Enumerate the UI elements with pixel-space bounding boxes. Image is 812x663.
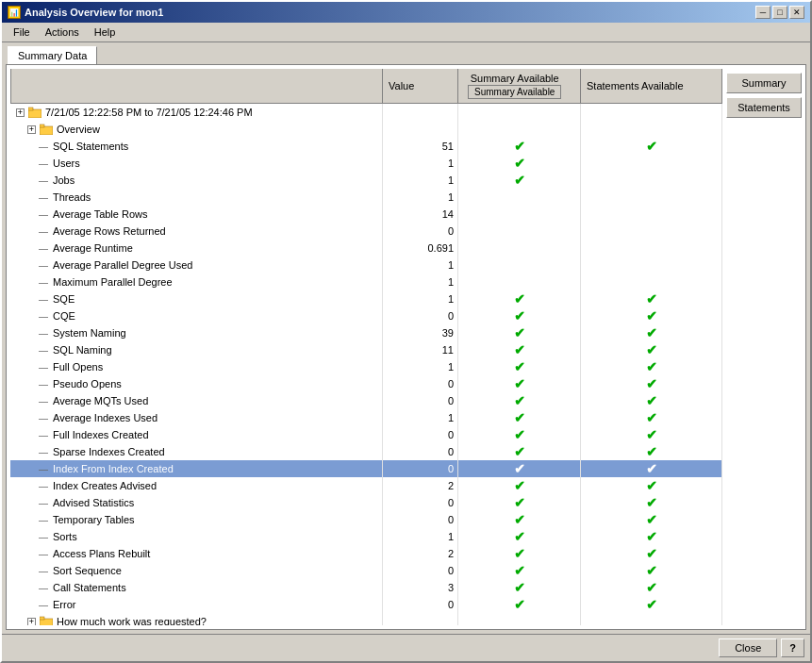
table-row[interactable]: —Average Rows Returned0 — [10, 223, 722, 240]
table-row[interactable]: —Average MQTs Used0✔✔ — [10, 392, 722, 409]
table-row[interactable]: —Full Opens1✔✔ — [10, 358, 722, 375]
dash-icon: — — [39, 362, 48, 373]
table-row[interactable]: —Sorts1✔✔ — [10, 528, 722, 545]
table-row[interactable]: +Overview — [10, 121, 722, 138]
summary-available-header: Summary Available Summary Available — [464, 71, 565, 101]
summary-check: ✔ — [458, 392, 581, 409]
row-value: 2 — [383, 477, 458, 494]
summary-check: ✔ — [458, 375, 581, 392]
table-row[interactable]: —System Naming39✔✔ — [10, 324, 722, 341]
row-label: Average Parallel Degree Used — [53, 259, 192, 271]
check-mark-icon: ✔ — [646, 427, 657, 442]
summary-check: ✔ — [458, 155, 581, 172]
expand-icon[interactable]: + — [16, 108, 25, 117]
table-row[interactable]: —Full Indexes Created0✔✔ — [10, 426, 722, 443]
table-row[interactable]: —Maximum Parallel Degree1 — [10, 273, 722, 290]
menu-help[interactable]: Help — [87, 25, 124, 40]
summary-check: ✔ — [458, 409, 581, 426]
folder-icon — [40, 616, 53, 625]
check-mark-icon: ✔ — [646, 563, 657, 578]
summary-button[interactable]: Summary — [726, 73, 802, 93]
table-row[interactable]: +How much work was requested? — [10, 613, 722, 625]
summary-check: ✔ — [458, 477, 581, 494]
row-label: Advised Statistics — [53, 497, 134, 508]
row-label: Full Opens — [53, 361, 103, 373]
restore-button[interactable]: □ — [772, 6, 787, 19]
table-row[interactable]: —Average Runtime0.691 — [10, 240, 722, 257]
table-row[interactable]: —Jobs1✔ — [10, 172, 722, 189]
row-label: Average MQTs Used — [53, 395, 148, 406]
close-button[interactable]: Close — [719, 638, 777, 657]
title-bar-left: 📊 Analysis Overview for mon1 — [8, 6, 163, 19]
row-value: 0 — [383, 596, 458, 613]
table-row[interactable]: —SQL Naming11✔✔ — [10, 341, 722, 358]
statements-button[interactable]: Statements — [726, 97, 802, 118]
table-row[interactable]: —Index Creates Advised2✔✔ — [10, 477, 722, 494]
check-mark-icon: ✔ — [646, 308, 657, 323]
table-row[interactable]: —Error0✔✔ — [10, 596, 722, 613]
summary-check: ✔ — [458, 545, 581, 562]
summary-check — [458, 206, 581, 223]
check-mark-icon: ✔ — [514, 308, 525, 323]
row-value: 0 — [383, 494, 458, 511]
expand-icon[interactable]: + — [27, 125, 36, 134]
table-body[interactable]: +7/21/05 12:22:58 PM to 7/21/05 12:24:46… — [10, 104, 722, 625]
row-label: Average Table Rows — [53, 208, 148, 220]
table-row[interactable]: —SQL Statements51✔✔ — [10, 138, 722, 155]
statements-check: ✔ — [581, 562, 722, 579]
check-mark-icon: ✔ — [514, 139, 525, 154]
menu-actions[interactable]: Actions — [38, 25, 87, 40]
table-row[interactable]: —Call Statements3✔✔ — [10, 579, 722, 596]
table-row[interactable]: —Sort Sequence0✔✔ — [10, 562, 722, 579]
summary-check: ✔ — [458, 494, 581, 511]
expand-icon[interactable]: + — [27, 618, 36, 626]
table-row[interactable]: —Average Parallel Degree Used1 — [10, 257, 722, 273]
dash-icon: — — [39, 396, 48, 406]
table-row[interactable]: —SQE1✔✔ — [10, 290, 722, 307]
row-value: 0 — [383, 223, 458, 240]
statements-check — [581, 189, 722, 206]
col-header-statements: Statements Available — [581, 69, 722, 103]
check-mark-icon: ✔ — [646, 529, 657, 544]
close-window-button[interactable]: ✕ — [789, 6, 804, 19]
row-value: 0 — [383, 307, 458, 324]
statements-check — [581, 240, 722, 257]
minimize-button[interactable]: ─ — [755, 6, 771, 19]
menu-file[interactable]: File — [6, 25, 38, 40]
statements-check: ✔ — [581, 324, 722, 341]
summary-check: ✔ — [458, 138, 581, 155]
statements-check — [581, 121, 722, 138]
summary-check: ✔ — [458, 341, 581, 358]
table-row[interactable]: —Pseudo Opens0✔✔ — [10, 375, 722, 392]
statements-check — [581, 223, 722, 240]
table-row[interactable]: —CQE0✔✔ — [10, 307, 722, 324]
tab-summary-data[interactable]: Summary Data — [8, 46, 97, 64]
table-row[interactable]: —Average Table Rows14 — [10, 206, 722, 223]
check-mark-icon: ✔ — [514, 495, 525, 510]
dash-icon: — — [39, 175, 48, 186]
dash-icon: — — [39, 260, 48, 271]
statements-check: ✔ — [581, 460, 722, 477]
row-label: Full Indexes Created — [53, 429, 149, 440]
table-row[interactable]: —Sparse Indexes Created0✔✔ — [10, 443, 722, 460]
summary-available-button[interactable]: Summary Available — [468, 85, 561, 99]
dash-icon: — — [39, 328, 48, 339]
table-row[interactable]: —Threads1 — [10, 189, 722, 206]
table-row[interactable]: —Advised Statistics0✔✔ — [10, 494, 722, 511]
row-value: 1 — [383, 273, 458, 290]
help-button[interactable]: ? — [781, 638, 804, 657]
table-row[interactable]: —Users1✔ — [10, 155, 722, 172]
row-value: 11 — [383, 341, 458, 358]
table-row[interactable]: —Access Plans Rebuilt2✔✔ — [10, 545, 722, 562]
statements-check — [581, 155, 722, 172]
row-value: 0 — [383, 375, 458, 392]
summary-check: ✔ — [458, 460, 581, 477]
title-bar: 📊 Analysis Overview for mon1 ─ □ ✕ — [2, 2, 810, 23]
summary-check: ✔ — [458, 443, 581, 460]
statements-check: ✔ — [581, 341, 722, 358]
table-row[interactable]: —Temporary Tables0✔✔ — [10, 511, 722, 528]
table-row[interactable]: —Average Indexes Used1✔✔ — [10, 409, 722, 426]
table-row[interactable]: —Index From Index Created0✔✔ — [10, 460, 722, 477]
table-row[interactable]: +7/21/05 12:22:58 PM to 7/21/05 12:24:46… — [10, 104, 722, 121]
menubar: File Actions Help — [2, 23, 810, 42]
